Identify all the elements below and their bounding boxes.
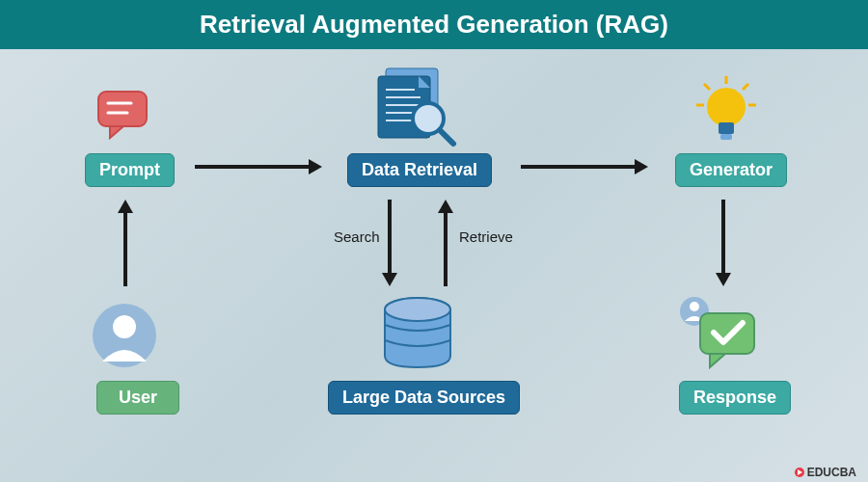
- arrow-prompt-to-retrieval: [195, 165, 311, 169]
- speech-bubble-icon: [95, 88, 154, 146]
- response-icon: [675, 294, 764, 377]
- data-retrieval-node: Data Retrieval: [347, 153, 492, 187]
- arrow-search-down: [388, 200, 392, 275]
- arrow-generator-to-response: [721, 200, 725, 275]
- generator-node: Generator: [675, 153, 787, 187]
- arrow-user-to-prompt: [123, 211, 127, 286]
- svg-rect-0: [98, 92, 147, 126]
- svg-rect-19: [720, 134, 732, 140]
- play-icon: [795, 468, 804, 477]
- prompt-node: Prompt: [85, 153, 175, 187]
- arrow-retrieve-up: [444, 211, 448, 286]
- user-node: User: [96, 381, 179, 415]
- retrieve-label: Retrieve: [459, 228, 513, 245]
- diagram-canvas: Prompt Data Retrieval Generato: [0, 49, 868, 482]
- svg-line-14: [743, 84, 748, 90]
- document-search-icon: [366, 63, 463, 153]
- svg-point-21: [113, 315, 136, 338]
- svg-point-25: [690, 302, 699, 311]
- svg-line-11: [440, 130, 453, 144]
- arrow-retrieval-to-generator: [521, 165, 637, 169]
- diagram-title: Retrieval Augmented Generation (RAG): [0, 0, 868, 49]
- database-icon: [380, 296, 455, 377]
- search-label: Search: [334, 228, 380, 245]
- large-data-sources-node: Large Data Sources: [328, 381, 520, 415]
- logo-text: EDUCBA: [807, 466, 856, 479]
- svg-point-23: [385, 298, 450, 321]
- svg-point-17: [707, 88, 746, 126]
- svg-line-13: [704, 84, 710, 90]
- educba-logo: EDUCBA: [795, 466, 856, 479]
- response-node: Response: [679, 381, 791, 415]
- svg-rect-26: [700, 313, 754, 354]
- svg-rect-18: [719, 122, 734, 134]
- user-avatar-icon: [91, 302, 158, 373]
- lightbulb-icon: [692, 74, 760, 155]
